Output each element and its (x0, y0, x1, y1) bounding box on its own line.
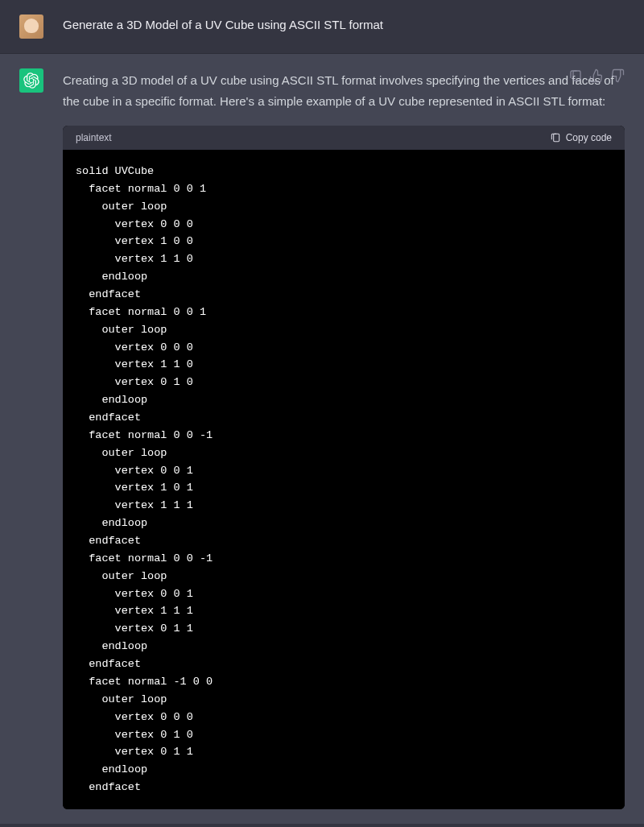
svg-rect-1 (573, 71, 580, 81)
copy-code-label: Copy code (566, 132, 612, 143)
clipboard-icon (550, 132, 561, 143)
assistant-message-content: Creating a 3D model of a UV cube using A… (63, 68, 625, 809)
message-actions (568, 68, 625, 83)
assistant-intro-text: Creating a 3D model of a UV cube using A… (63, 70, 625, 111)
code-header: plaintext Copy code (63, 126, 625, 150)
assistant-message-row: Creating a 3D model of a UV cube using A… (0, 54, 644, 824)
user-message-text: Generate a 3D Model of a UV Cube using A… (63, 16, 625, 33)
code-content[interactable]: solid UVCube facet normal 0 0 1 outer lo… (63, 150, 625, 809)
code-block: plaintext Copy code solid UVCube facet n… (63, 126, 625, 809)
user-avatar (19, 14, 43, 39)
copy-code-button[interactable]: Copy code (550, 132, 612, 143)
user-message-row: Generate a 3D Model of a UV Cube using A… (0, 0, 644, 54)
copy-message-icon[interactable] (568, 68, 583, 83)
user-message-content: Generate a 3D Model of a UV Cube using A… (63, 14, 625, 33)
assistant-avatar (19, 68, 43, 93)
code-language-label: plaintext (76, 132, 112, 143)
thumbs-down-icon[interactable] (610, 68, 625, 83)
openai-logo-icon (23, 72, 39, 89)
svg-rect-0 (553, 134, 559, 141)
thumbs-up-icon[interactable] (589, 68, 604, 83)
